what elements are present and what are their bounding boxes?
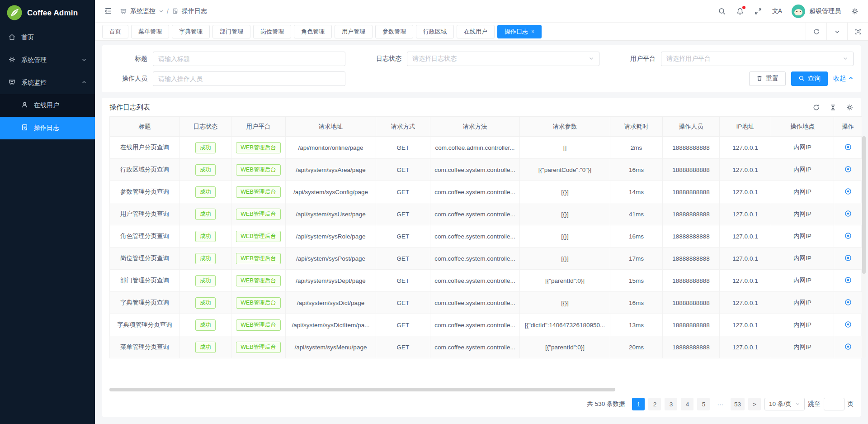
breadcrumb-section[interactable]: 系统监控 xyxy=(130,7,156,15)
user-platform-select[interactable]: 请选择用户平台 xyxy=(661,52,854,66)
tab-item[interactable]: 行政区域 xyxy=(416,25,454,38)
page-button[interactable]: 3 xyxy=(665,398,677,410)
tab-item[interactable]: 参数管理 xyxy=(375,25,413,38)
horizontal-scrollbar-thumb[interactable] xyxy=(109,388,615,391)
tab-item[interactable]: 菜单管理 xyxy=(131,25,169,38)
tab-item[interactable]: 操作日志× xyxy=(497,25,542,38)
close-icon[interactable]: × xyxy=(531,29,534,35)
query-button[interactable]: 查询 xyxy=(791,71,828,86)
cell-duration: 17ms xyxy=(610,248,663,270)
sidebar-item-online-users[interactable]: 在线用户 xyxy=(0,94,95,117)
platform-badge: WEB管理后台 xyxy=(236,164,280,176)
chevron-down-icon[interactable] xyxy=(826,23,847,40)
page-button[interactable]: 2 xyxy=(648,398,661,410)
vertical-scrollbar[interactable] xyxy=(862,136,866,358)
cell-operator: 18888888888 xyxy=(663,159,720,181)
table-body: 在线用户分页查询成功WEB管理后台/api/monitor/online/pag… xyxy=(110,137,862,358)
app-logo[interactable]: Coffee Admin xyxy=(0,0,95,26)
notification-bell-icon[interactable] xyxy=(736,7,744,15)
collapse-search-link[interactable]: 收起 xyxy=(833,75,854,83)
tab-item[interactable]: 在线用户 xyxy=(457,25,495,38)
collapse-sidebar-icon[interactable] xyxy=(104,7,113,15)
settings-gear-icon[interactable] xyxy=(851,7,859,15)
page-button[interactable]: 5 xyxy=(697,398,710,410)
row-height-icon[interactable] xyxy=(829,104,837,111)
view-detail-icon[interactable] xyxy=(844,276,852,284)
cell-location: 内网IP xyxy=(771,225,834,248)
view-detail-icon[interactable] xyxy=(844,343,852,350)
platform-badge: WEB管理后台 xyxy=(236,209,280,220)
status-badge: 成功 xyxy=(195,231,216,242)
horizontal-scrollbar[interactable] xyxy=(109,388,854,391)
cell-method: GET xyxy=(376,270,430,292)
cell-duration: 16ms xyxy=(610,159,663,181)
cell-action xyxy=(834,292,862,314)
view-detail-icon[interactable] xyxy=(844,166,852,173)
view-detail-icon[interactable] xyxy=(844,299,852,306)
refresh-icon[interactable] xyxy=(806,23,826,40)
view-detail-icon[interactable] xyxy=(844,254,852,262)
cell-duration: 16ms xyxy=(610,292,663,314)
cell-status: 成功 xyxy=(180,270,231,292)
panel-title: 操作日志列表 xyxy=(109,103,150,112)
sidebar-item-system-monitor[interactable]: 系统监控 xyxy=(0,71,95,94)
maximize-icon[interactable] xyxy=(847,23,868,40)
reset-button[interactable]: 重置 xyxy=(749,71,786,86)
vertical-scrollbar-thumb[interactable] xyxy=(862,136,866,274)
operator-input[interactable] xyxy=(153,71,345,86)
view-detail-icon[interactable] xyxy=(844,321,852,328)
column-header: 请求地址 xyxy=(286,117,376,137)
page-size-select[interactable]: 10 条/页 xyxy=(764,398,805,410)
search-icon[interactable] xyxy=(718,7,726,15)
cell-location: 内网IP xyxy=(771,181,834,203)
cell-url: /api/system/sysDict/page xyxy=(286,292,376,314)
cell-method: GET xyxy=(376,292,430,314)
cell-ip: 127.0.0.1 xyxy=(720,248,771,270)
tab-item[interactable]: 岗位管理 xyxy=(253,25,291,38)
tab-tools xyxy=(806,23,868,40)
tab-item[interactable]: 部门管理 xyxy=(212,25,250,38)
breadcrumb-separator: / xyxy=(167,8,169,15)
page-button[interactable]: 53 xyxy=(731,398,745,410)
tab-item[interactable]: 首页 xyxy=(102,25,128,38)
sidebar-item-system-manage[interactable]: 系统管理 xyxy=(0,49,95,71)
cell-ip: 127.0.0.1 xyxy=(720,314,771,336)
chevron-down-icon xyxy=(795,401,800,408)
field-operator: 操作人员 xyxy=(109,71,345,86)
cell-action xyxy=(834,159,862,181)
fullscreen-icon[interactable] xyxy=(754,7,762,15)
pagination-pages: 12345···53 xyxy=(632,398,745,410)
log-status-select[interactable]: 请选择日志状态 xyxy=(407,52,599,66)
cell-title: 菜单管理分页查询 xyxy=(110,336,180,358)
cell-operator: 18888888888 xyxy=(663,314,720,336)
cell-duration: 20ms xyxy=(610,336,663,358)
sidebar-item-home[interactable]: 首页 xyxy=(0,26,95,49)
tab-label: 部门管理 xyxy=(220,28,243,36)
refresh-icon[interactable] xyxy=(812,104,820,111)
reset-label: 重置 xyxy=(766,75,778,83)
cell-platform: WEB管理后台 xyxy=(231,336,286,358)
translate-icon[interactable]: 文A xyxy=(772,7,782,15)
user-menu[interactable]: 超级管理员 xyxy=(792,5,841,18)
view-detail-icon[interactable] xyxy=(844,143,852,151)
tab-item[interactable]: 字典管理 xyxy=(172,25,210,38)
view-detail-icon[interactable] xyxy=(844,188,852,195)
table-row: 菜单管理分页查询成功WEB管理后台/api/system/sysMenu/pag… xyxy=(110,336,862,358)
jump-page-input[interactable] xyxy=(824,398,844,410)
field-user-platform: 用户平台 请选择用户平台 xyxy=(618,52,854,66)
panel-tools xyxy=(812,104,854,111)
page-button[interactable]: 4 xyxy=(681,398,693,410)
cell-method: GET xyxy=(376,137,430,159)
title-input[interactable] xyxy=(153,52,345,66)
view-detail-icon[interactable] xyxy=(844,210,852,217)
view-detail-icon[interactable] xyxy=(844,232,852,239)
page-button[interactable]: 1 xyxy=(632,398,645,410)
tab-item[interactable]: 用户管理 xyxy=(335,25,373,38)
next-page-button[interactable]: > xyxy=(748,398,761,410)
chevron-down-icon[interactable] xyxy=(159,8,164,15)
user-icon xyxy=(21,101,28,110)
column-settings-gear-icon[interactable] xyxy=(846,104,854,111)
tab-item[interactable]: 角色管理 xyxy=(294,25,332,38)
sidebar-item-operation-log[interactable]: 操作日志 xyxy=(0,117,95,139)
tab-label: 操作日志 xyxy=(505,28,528,36)
